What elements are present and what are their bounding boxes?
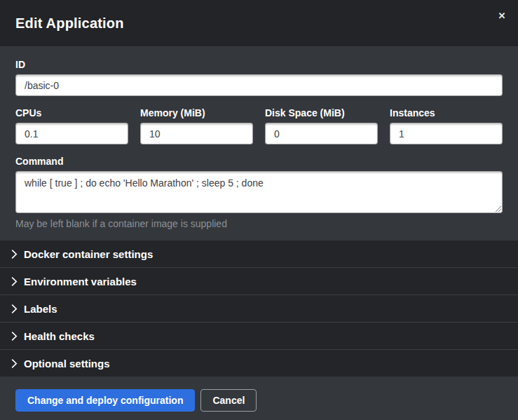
disk-input[interactable] [265,123,378,144]
memory-field-group: Memory (MiB) [140,107,253,144]
chevron-right-icon [11,304,18,313]
chevron-right-icon [11,250,18,259]
section-label: Docker container settings [24,248,153,260]
command-help-text: May be left blank if a container image i… [15,218,503,229]
modal-title: Edit Application [15,15,124,32]
section-label: Health checks [24,330,95,342]
instances-input[interactable] [390,123,503,144]
section-label: Optional settings [24,358,110,370]
section-label: Environment variables [24,276,137,287]
collapsible-sections: Docker container settings Environment va… [0,241,518,377]
command-label: Command [15,156,503,167]
cpus-input[interactable] [15,123,128,144]
disk-label: Disk Space (MiB) [265,107,378,118]
close-icon[interactable]: ✕ [494,8,510,24]
modal-footer: Change and deploy configuration Cancel [0,377,518,420]
command-textarea-wrap: while [ true ] ; do echo 'Hello Marathon… [15,171,503,213]
instances-field-group: Instances [390,107,503,144]
command-field-group: Command while [ true ] ; do echo 'Hello … [15,156,503,229]
section-environment-variables[interactable]: Environment variables [0,268,518,295]
memory-label: Memory (MiB) [140,107,253,118]
command-textarea[interactable]: while [ true ] ; do echo 'Hello Marathon… [15,171,503,213]
chevron-right-icon [11,332,18,341]
section-docker-container-settings[interactable]: Docker container settings [0,241,518,268]
change-and-deploy-button[interactable]: Change and deploy configuration [15,389,195,412]
cancel-button[interactable]: Cancel [200,389,257,412]
id-input[interactable] [15,74,503,96]
section-health-checks[interactable]: Health checks [0,323,518,350]
cpus-label: CPUs [15,107,128,118]
instances-label: Instances [390,107,503,118]
section-label: Labels [24,303,57,315]
id-field-group: ID [15,59,503,96]
section-labels[interactable]: Labels [0,295,518,323]
chevron-right-icon [11,277,18,286]
id-label: ID [15,59,503,70]
cpus-field-group: CPUs [15,107,128,144]
disk-field-group: Disk Space (MiB) [265,107,378,144]
memory-input[interactable] [140,123,253,144]
modal-header: Edit Application ✕ [0,0,518,46]
resources-row: CPUs Memory (MiB) Disk Space (MiB) Insta… [15,107,503,144]
application-form: ID CPUs Memory (MiB) Disk Space (MiB) In… [0,46,518,241]
section-optional-settings[interactable]: Optional settings [0,350,518,377]
chevron-right-icon [11,359,18,368]
edit-application-modal: Edit Application ✕ ID CPUs Memory (MiB) … [0,0,518,420]
